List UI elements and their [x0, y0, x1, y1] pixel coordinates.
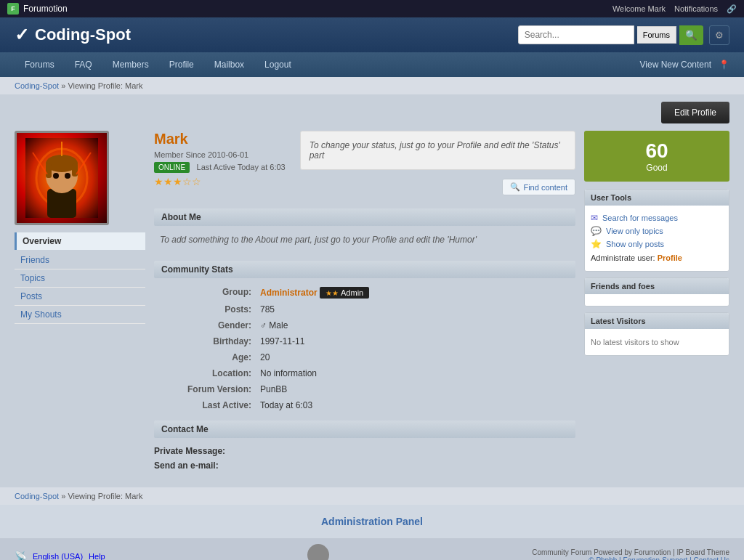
nav-mailbox[interactable]: Mailbox	[204, 52, 254, 77]
settings-button[interactable]: ⚙	[709, 25, 729, 45]
view-topics-link[interactable]: View only topics	[606, 227, 663, 235]
sidebar-posts[interactable]: Posts	[15, 288, 145, 306]
gender-label: Gender:	[154, 317, 256, 333]
avatar	[15, 131, 109, 225]
friends-foes-header: Friends and foes	[585, 278, 729, 294]
show-posts-item: ⭐ Show only posts	[591, 238, 723, 251]
location-value: No information	[256, 365, 575, 381]
help-link[interactable]: Help	[89, 552, 105, 561]
search-area: Forums 🔍 ⚙	[518, 25, 729, 45]
copyright-text: Community Forum Powered by Forumotion | …	[532, 548, 729, 556]
brand: ✓ Coding-Spot	[15, 25, 131, 45]
search-messages-item: ✉ Search for messages	[591, 211, 723, 224]
table-row: Location: No information	[154, 365, 575, 381]
user-stars: ★★★☆☆	[154, 176, 286, 187]
avatar-sidebar: Overview Friends Topics Posts My Shouts	[15, 131, 145, 473]
admin-panel: Administration Panel	[0, 505, 744, 538]
language-link[interactable]: English (USA)	[33, 552, 83, 561]
status-text: To change your status, just go to your P…	[310, 140, 560, 161]
sidebar-topics[interactable]: Topics	[15, 269, 145, 288]
nav-faq[interactable]: FAQ	[65, 52, 102, 77]
private-message-row: Private Message:	[154, 444, 575, 458]
location-icon: 📍	[719, 60, 729, 70]
sidebar-overview: Overview	[15, 232, 145, 250]
latest-visitors-widget: Latest Visitors No latest visitors to sh…	[584, 312, 729, 356]
breadcrumb: Coding-Spot » Viewing Profile: Mark	[0, 77, 744, 94]
table-row: Forum Version: PunBB	[154, 381, 575, 397]
table-row: Last Active: Today at 6:03	[154, 397, 575, 413]
breadcrumb-home[interactable]: Coding-Spot	[15, 81, 59, 90]
profile-center: Mark Member Since 2010-06-01 ONLINE Last…	[154, 131, 575, 473]
view-new-content-link[interactable]: View New Content	[640, 60, 712, 70]
group-label: Group:	[154, 284, 256, 301]
show-posts-link[interactable]: Show only posts	[606, 240, 664, 248]
search-messages-link[interactable]: Search for messages	[602, 214, 678, 222]
stats-table: Group: Administrator ★★ Admin Posts: 785	[154, 284, 575, 413]
logo-icon: F	[7, 3, 19, 15]
last-active-label: Last Active:	[154, 397, 256, 413]
footer-center	[307, 544, 329, 560]
location-label: Location:	[154, 365, 256, 381]
posts-value: 785	[256, 301, 575, 317]
sidebar-my-shouts[interactable]: My Shouts	[15, 306, 145, 324]
search-input[interactable]	[518, 25, 634, 44]
gender-icon: ♂	[260, 320, 267, 330]
friends-foes-body	[585, 294, 729, 306]
svg-point-8	[65, 173, 70, 179]
contact-header: Contact Me	[154, 421, 575, 438]
status-box: To change your status, just go to your P…	[300, 131, 575, 170]
posts-label: Posts:	[154, 301, 256, 317]
search-icon: 🔍	[510, 182, 520, 192]
nav-profile[interactable]: Profile	[159, 52, 204, 77]
admin-panel-link[interactable]: Administration Panel	[321, 516, 423, 527]
search-button[interactable]: 🔍	[679, 25, 703, 45]
admin-badge: ★★ Admin	[320, 287, 369, 299]
user-tools-header: User Tools	[585, 190, 729, 206]
sidebar-menu: Overview Friends Topics Posts My Shouts	[15, 232, 145, 324]
app-name: Forumotion	[23, 4, 68, 14]
group-value: Administrator ★★ Admin	[256, 284, 575, 301]
footer-breadcrumb-home[interactable]: Coding-Spot	[15, 492, 59, 500]
member-since: Member Since 2010-06-01	[154, 150, 286, 159]
footer: 📡 English (USA) Help Community Forum Pow…	[0, 538, 744, 560]
admin-note: Administrate user: Profile	[591, 251, 723, 265]
table-row: Group: Administrator ★★ Admin	[154, 284, 575, 301]
forums-dropdown-btn[interactable]: Forums	[637, 26, 676, 44]
nav-forums[interactable]: Forums	[15, 52, 65, 77]
admin-profile-link[interactable]: Profile	[658, 253, 682, 262]
footer-left: 📡 English (USA) Help	[15, 551, 105, 561]
breadcrumb-current: Viewing Profile: Mark	[68, 81, 142, 90]
find-content-button[interactable]: 🔍 Find content	[502, 179, 575, 195]
nav-right: View New Content 📍	[640, 60, 730, 70]
nav-logout[interactable]: Logout	[254, 52, 302, 77]
user-tools-body: ✉ Search for messages 💬 View only topics…	[585, 206, 729, 271]
friends-foes-widget: Friends and foes	[584, 277, 729, 307]
post-icon: ⭐	[591, 239, 602, 249]
age-value: 20	[256, 349, 575, 365]
admin-badge-text: Admin	[341, 288, 363, 297]
profile-right: 60 Good User Tools ✉ Search for messages…	[584, 131, 729, 473]
app-logo: F Forumotion	[7, 3, 68, 15]
gender-value: ♂ Male	[256, 317, 575, 333]
sidebar-friends[interactable]: Friends	[15, 251, 145, 269]
contact-section: Contact Me Private Message: Send an e-ma…	[154, 421, 575, 473]
nav-members[interactable]: Members	[102, 52, 159, 77]
topic-icon: 💬	[591, 226, 602, 236]
edit-profile-button[interactable]: Edit Profile	[661, 102, 729, 123]
about-me-text: To add something to the About me part, j…	[154, 232, 575, 253]
view-topics-item: 💬 View only topics	[591, 224, 723, 238]
message-icon: ✉	[591, 213, 598, 223]
phpbb-link[interactable]: © Phpbb | Forumotion-Support | Contact U…	[589, 556, 729, 561]
table-row: Age: 20	[154, 349, 575, 365]
birthday-value: 1997-11-11	[256, 333, 575, 349]
notifications-link[interactable]: Notifications	[674, 4, 718, 13]
online-badge: ONLINE	[154, 162, 190, 173]
table-row: Gender: ♂ Male	[154, 317, 575, 333]
birthday-label: Birthday:	[154, 333, 256, 349]
user-tools-widget: User Tools ✉ Search for messages 💬 View …	[584, 189, 729, 272]
last-active: Last Active Today at 6:03	[197, 163, 286, 171]
brand-icon: ✓	[15, 25, 29, 45]
email-row: Send an e-mail:	[154, 458, 575, 473]
welcome-text: Welcome Mark	[612, 4, 666, 13]
score-label: Good	[593, 163, 721, 173]
